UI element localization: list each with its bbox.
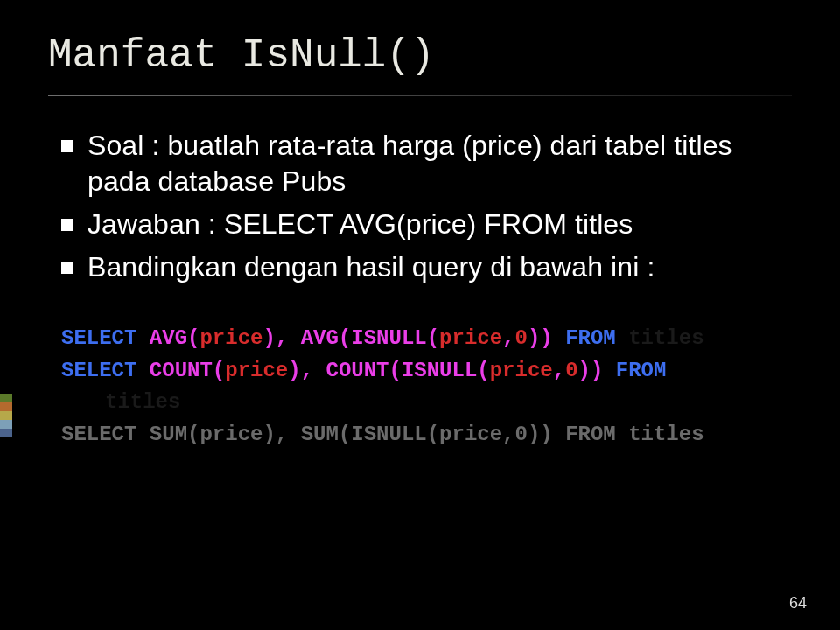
sql-function: )) bbox=[528, 423, 565, 446]
bullet-marker-icon bbox=[61, 262, 74, 274]
code-line-2: SELECT COUNT(price), COUNT(ISNULL(price,… bbox=[61, 358, 779, 385]
bullet-item: Soal : buatlah rata-rata harga (price) d… bbox=[61, 128, 779, 200]
code-line-1: SELECT AVG(price), AVG(ISNULL(price,0)) … bbox=[61, 326, 779, 353]
sql-function: , bbox=[502, 423, 514, 446]
bullet-text: Jawaban : SELECT AVG(price) FROM titles bbox=[88, 206, 633, 242]
sql-keyword: FROM bbox=[565, 423, 628, 446]
sql-function: , bbox=[502, 326, 514, 350]
sql-arg: price bbox=[439, 423, 502, 446]
sql-arg: 0 bbox=[565, 359, 578, 382]
slide: Manfaat IsNull() Soal : buatlah rata-rat… bbox=[0, 0, 840, 630]
bullet-text: Soal : buatlah rata-rata harga (price) d… bbox=[88, 128, 779, 200]
sql-function: AVG( bbox=[150, 326, 200, 350]
sql-arg: price bbox=[200, 326, 262, 350]
accent-stripe-icon bbox=[0, 394, 12, 438]
sql-table: titles bbox=[628, 326, 704, 350]
sql-keyword: SELECT bbox=[61, 326, 150, 350]
sql-function: ), SUM(ISNULL( bbox=[262, 423, 439, 446]
sql-arg: price bbox=[490, 359, 553, 382]
sql-arg: price bbox=[439, 326, 502, 350]
sql-table: titles bbox=[628, 423, 704, 446]
slide-title: Manfaat IsNull() bbox=[0, 0, 840, 79]
sql-keyword: FROM bbox=[616, 359, 667, 382]
sql-function: , bbox=[553, 359, 565, 382]
code-line-3: SELECT SUM(price), SUM(ISNULL(price,0)) … bbox=[61, 422, 779, 449]
sql-arg: price bbox=[225, 359, 288, 382]
bullet-item: Jawaban : SELECT AVG(price) FROM titles bbox=[61, 206, 779, 242]
bullet-text: Bandingkan dengan hasil query di bawah i… bbox=[88, 249, 654, 285]
code-block: SELECT AVG(price), AVG(ISNULL(price,0)) … bbox=[61, 326, 779, 449]
sql-function: ), AVG(ISNULL( bbox=[262, 326, 439, 350]
sql-keyword: SELECT bbox=[61, 423, 150, 446]
sql-function: COUNT( bbox=[150, 359, 225, 382]
sql-function: SUM( bbox=[150, 423, 200, 446]
sql-function: )) bbox=[528, 326, 565, 350]
sql-keyword: FROM bbox=[565, 326, 628, 350]
bullet-marker-icon bbox=[61, 140, 74, 152]
sql-function: ), COUNT(ISNULL( bbox=[288, 359, 489, 382]
bullet-marker-icon bbox=[61, 219, 74, 231]
sql-arg: 0 bbox=[515, 423, 528, 446]
code-line-2-cont: titles bbox=[61, 389, 779, 416]
sql-arg: price bbox=[200, 423, 262, 446]
bullet-item: Bandingkan dengan hasil query di bawah i… bbox=[61, 249, 779, 285]
sql-table: titles bbox=[105, 390, 180, 414]
slide-body: Soal : buatlah rata-rata harga (price) d… bbox=[0, 96, 840, 449]
sql-keyword: SELECT bbox=[61, 359, 150, 382]
sql-function: )) bbox=[578, 359, 616, 382]
sql-arg: 0 bbox=[515, 326, 528, 350]
page-number: 64 bbox=[789, 594, 807, 612]
